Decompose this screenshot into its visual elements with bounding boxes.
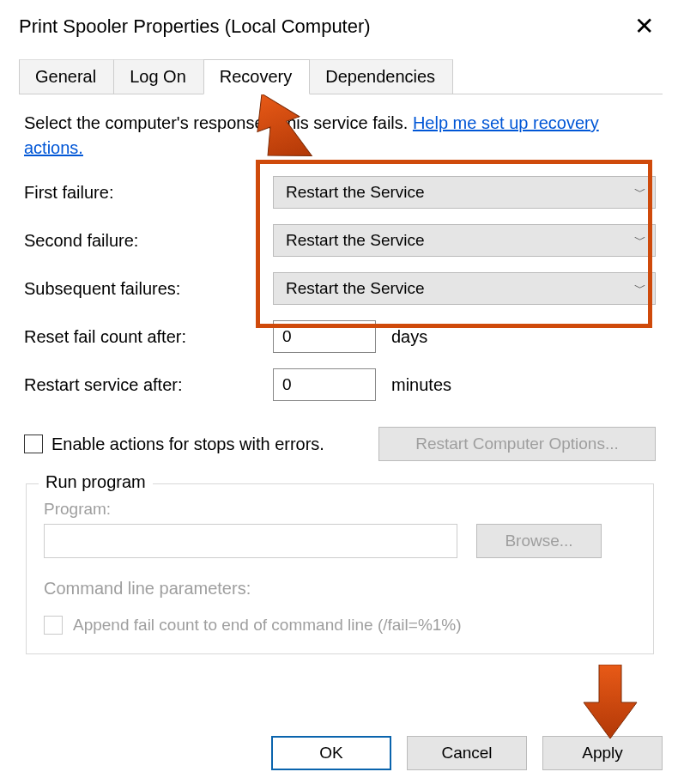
tab-dependencies[interactable]: Dependencies — [309, 59, 453, 94]
ok-button[interactable]: OK — [271, 736, 391, 770]
command-line-label: Command line parameters: — [44, 579, 636, 599]
chevron-down-icon: ﹀ — [634, 233, 646, 248]
label-restart-service-after: Restart service after: — [24, 375, 273, 395]
label-subsequent-failures: Subsequent failures: — [24, 279, 273, 299]
cancel-button[interactable]: Cancel — [407, 736, 527, 770]
tab-bar: General Log On Recovery Dependencies — [19, 59, 678, 94]
window-title: Print Spooler Properties (Local Computer… — [19, 15, 371, 38]
program-label: Program: — [44, 500, 636, 519]
tab-general[interactable]: General — [19, 59, 114, 94]
restart-service-after-input[interactable] — [273, 368, 376, 401]
chevron-down-icon: ﹀ — [634, 185, 646, 200]
append-fail-count-label: Append fail count to end of command line… — [73, 616, 462, 635]
subsequent-failures-dropdown[interactable]: Restart the Service ﹀ — [273, 272, 656, 305]
apply-button[interactable]: Apply — [542, 736, 663, 770]
tab-log-on[interactable]: Log On — [113, 59, 204, 94]
label-reset-fail-count: Reset fail count after: — [24, 327, 273, 347]
tab-recovery[interactable]: Recovery — [203, 59, 310, 94]
unit-minutes: minutes — [391, 375, 451, 395]
intro-text-part: Select the computer's response if this s… — [24, 113, 413, 132]
enable-actions-label: Enable actions for stops with errors. — [51, 435, 324, 454]
label-second-failure: Second failure: — [24, 231, 273, 251]
run-program-group-label: Run program — [39, 472, 153, 492]
intro-text: Select the computer's response if this s… — [24, 111, 656, 161]
restart-computer-options-button[interactable]: Restart Computer Options... — [378, 427, 656, 461]
reset-fail-count-input[interactable] — [273, 320, 376, 353]
close-icon[interactable]: ✕ — [627, 12, 661, 40]
svg-marker-1 — [584, 665, 637, 738]
second-failure-dropdown[interactable]: Restart the Service ﹀ — [273, 224, 656, 257]
chevron-down-icon: ﹀ — [634, 281, 646, 296]
unit-days: days — [391, 327, 427, 347]
subsequent-failures-value: Restart the Service — [286, 279, 425, 298]
first-failure-value: Restart the Service — [286, 183, 425, 202]
dialog-footer: OK Cancel Apply — [271, 736, 663, 770]
run-program-group: Run program Program: Browse... Command l… — [26, 483, 654, 654]
append-fail-count-checkbox — [44, 616, 63, 635]
annotation-arrow-bottom — [580, 665, 640, 742]
first-failure-dropdown[interactable]: Restart the Service ﹀ — [273, 176, 656, 209]
second-failure-value: Restart the Service — [286, 231, 425, 250]
program-input — [44, 524, 457, 558]
browse-button: Browse... — [476, 524, 602, 558]
enable-actions-checkbox[interactable] — [24, 435, 43, 453]
label-first-failure: First failure: — [24, 183, 273, 203]
